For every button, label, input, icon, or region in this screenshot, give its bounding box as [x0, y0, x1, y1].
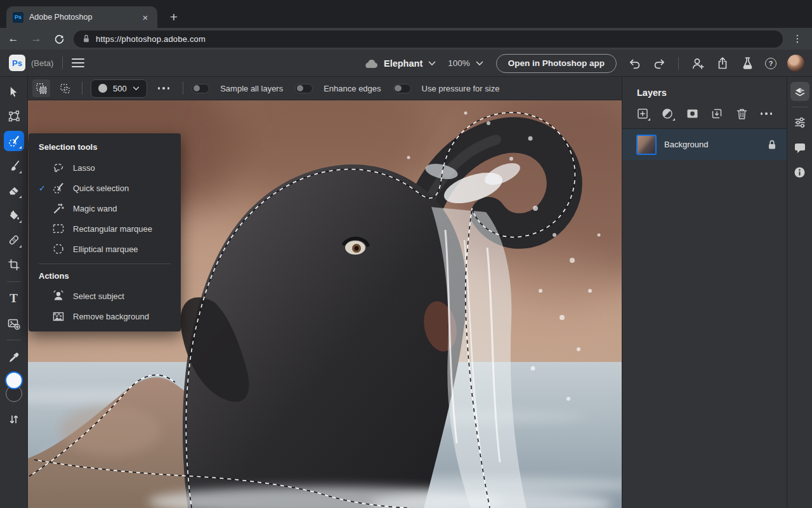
back-button[interactable]: ←: [4, 29, 23, 48]
new-selection-mode-button[interactable]: [32, 79, 50, 97]
menu-item-label: Rectangular marquee: [73, 224, 152, 234]
menu-item-remove-background[interactable]: Remove background: [29, 306, 181, 326]
menu-item-magic-wand[interactable]: Magic wand: [29, 198, 181, 218]
right-rail: [787, 77, 812, 508]
divider: [678, 57, 679, 70]
undo-button[interactable]: [627, 57, 641, 70]
duplicate-layer-button[interactable]: [710, 107, 723, 120]
foreground-color-swatch[interactable]: [5, 371, 23, 389]
person-add-icon: [691, 57, 705, 70]
comment-icon: [794, 142, 806, 154]
brush-tool-icon: [8, 159, 20, 172]
ellipsis-icon: [761, 112, 773, 115]
swap-colors-button[interactable]: [4, 409, 24, 429]
more-options-button[interactable]: [153, 87, 175, 90]
layers-rail-button[interactable]: [790, 82, 809, 101]
browser-toolbar: ← → https://photoshop.adobe.com ⋮: [0, 28, 812, 50]
add-layer-button[interactable]: [636, 107, 649, 120]
menu-item-label: Magic wand: [73, 204, 117, 213]
subtract-selection-mode-button[interactable]: [56, 79, 74, 97]
quick-selection-tool-button[interactable]: [4, 131, 24, 151]
menu-item-label: Elliptical marquee: [73, 244, 138, 254]
forward-button[interactable]: →: [27, 29, 46, 48]
comments-rail-button[interactable]: [790, 138, 809, 157]
brush-tool-button[interactable]: [4, 156, 24, 176]
invite-button[interactable]: [691, 57, 705, 70]
divider: [183, 82, 183, 95]
document-name[interactable]: Elephant: [384, 58, 422, 69]
help-button[interactable]: ?: [765, 58, 776, 69]
chevron-down-icon[interactable]: [476, 61, 483, 66]
menu-item-label: Quick selection: [73, 184, 129, 193]
crop-tool-icon: [8, 258, 20, 271]
enhance-edges-toggle[interactable]: [295, 84, 313, 93]
fill-tool-button[interactable]: [4, 205, 24, 225]
menu-item-elliptical-marquee[interactable]: Elliptical marquee: [29, 239, 181, 259]
browser-tab[interactable]: Ps Adobe Photoshop ×: [6, 6, 157, 28]
layer-thumbnail[interactable]: [636, 135, 657, 155]
divider: [792, 107, 808, 107]
tab-close-icon[interactable]: ×: [140, 11, 151, 23]
add-selection-icon: [35, 82, 48, 95]
sample-all-layers-toggle[interactable]: [192, 84, 209, 93]
layer-name: Background: [664, 140, 760, 149]
flask-icon: [742, 57, 754, 70]
main-menu-button[interactable]: [72, 58, 84, 67]
document-info: Elephant 100%: [363, 50, 483, 77]
chevron-down-icon[interactable]: [428, 61, 436, 66]
menu-item-quick-selection[interactable]: ✓ Quick selection: [29, 178, 181, 198]
open-in-photoshop-button[interactable]: Open in Photoshop app: [496, 54, 617, 73]
experiments-button[interactable]: [740, 57, 754, 70]
quick-selection-icon: [51, 182, 65, 194]
add-adjustment-button[interactable]: [661, 107, 674, 120]
brush-preview-icon: [98, 84, 107, 93]
divider: [39, 264, 171, 264]
reload-button[interactable]: [49, 29, 69, 48]
browser-menu-button[interactable]: ⋮: [789, 30, 806, 47]
selection-tools-flyout: Selection tools Lasso ✓: [29, 133, 181, 331]
flyout-title: Selection tools: [29, 140, 181, 157]
brush-size-dropdown[interactable]: 500: [91, 79, 147, 98]
crop-tool-button[interactable]: [4, 255, 24, 275]
healing-bandage-icon: [8, 234, 20, 246]
redo-button[interactable]: [652, 57, 666, 70]
place-image-tool-button[interactable]: [4, 313, 24, 333]
heal-tool-button[interactable]: [4, 230, 24, 250]
tab-title: Adobe Photoshop: [29, 13, 134, 22]
trash-icon: [737, 108, 747, 120]
layer-row-background[interactable]: Background: [622, 129, 787, 160]
reload-icon: [54, 34, 65, 44]
adjustments-rail-button[interactable]: [790, 113, 809, 132]
lock-icon: [82, 34, 90, 43]
menu-item-select-subject[interactable]: Select subject: [29, 286, 181, 306]
use-pressure-toggle[interactable]: [393, 84, 411, 93]
menu-item-rectangular-marquee[interactable]: Rectangular marquee: [29, 218, 181, 239]
info-rail-button[interactable]: [790, 163, 809, 182]
beta-label: (Beta): [31, 58, 53, 68]
type-tool-button[interactable]: T: [4, 288, 24, 309]
layer-lock-icon[interactable]: [768, 140, 776, 150]
delete-layer-button[interactable]: [735, 107, 748, 120]
zoom-level[interactable]: 100%: [448, 58, 470, 68]
address-bar[interactable]: https://photoshop.adobe.com: [74, 30, 783, 48]
screen: Ps Adobe Photoshop × + ← → https://photo…: [0, 0, 812, 508]
redo-icon: [653, 58, 666, 69]
color-swatches[interactable]: [3, 371, 25, 404]
layers-more-button[interactable]: [760, 107, 773, 120]
menu-item-lasso[interactable]: Lasso: [29, 157, 181, 178]
account-avatar[interactable]: [787, 55, 804, 72]
eraser-tool-icon: [8, 184, 20, 197]
share-button[interactable]: [716, 57, 730, 70]
app-header: Ps (Beta) Elephant 100% Open in Photosho…: [0, 50, 812, 77]
new-tab-button[interactable]: +: [165, 8, 183, 26]
move-tool-button[interactable]: [4, 81, 24, 102]
eyedropper-tool-button[interactable]: [4, 347, 24, 367]
eraser-tool-button[interactable]: [4, 180, 24, 201]
adjustment-layer-icon: [662, 108, 673, 119]
add-layer-icon: [637, 108, 648, 119]
transform-tool-button[interactable]: [4, 106, 24, 126]
add-mask-button[interactable]: [686, 107, 698, 120]
layer-mask-icon: [686, 109, 698, 119]
layers-panel-toolbar: [622, 98, 787, 129]
divider: [7, 281, 21, 282]
